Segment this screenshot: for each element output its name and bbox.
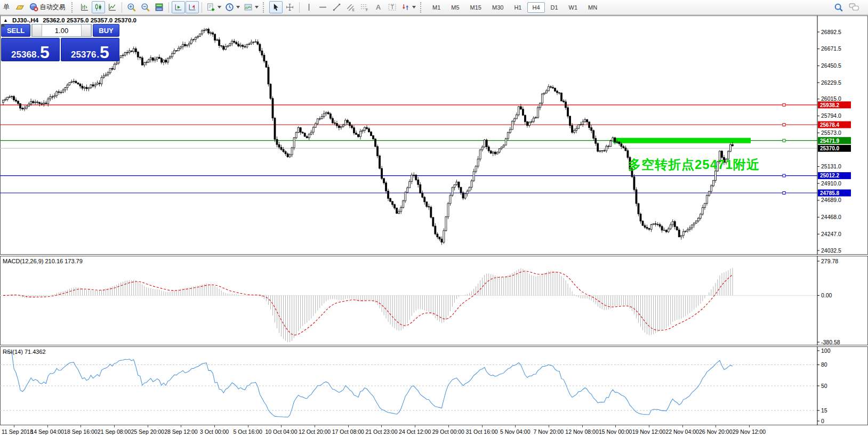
volume-decrease-button[interactable]: [32, 25, 42, 36]
date-tick: [181, 425, 181, 427]
macd-chart[interactable]: 279.780.00-380.58: [0, 256, 868, 345]
date-tick: [515, 425, 516, 427]
date-tick: [281, 425, 282, 427]
timeframe-button-m5[interactable]: M5: [446, 2, 464, 13]
volume-increase-button[interactable]: [81, 25, 91, 36]
trendline-button[interactable]: [330, 1, 343, 13]
date-tick: [47, 425, 48, 427]
current-price-label: 25370.0: [820, 145, 840, 151]
date-label: 14 Sep 04:00: [30, 428, 63, 435]
dropdown-caret-icon: [255, 6, 259, 9]
date-tick: [749, 425, 750, 427]
line-handle[interactable]: [783, 103, 785, 106]
rsi-line: [5, 352, 733, 417]
toolbar-grip[interactable]: [420, 2, 424, 13]
date-tick: [81, 425, 81, 427]
tile-windows-button[interactable]: [152, 1, 166, 13]
price-tick: 26450.5: [821, 62, 841, 69]
rsi-chart[interactable]: 1008050150: [0, 346, 868, 425]
line-handle[interactable]: [783, 174, 785, 177]
date-label: 5 Nov 04:00: [500, 428, 531, 435]
toolbar-grip[interactable]: [71, 2, 75, 13]
chart-annotation[interactable]: 多空转折点25471附近: [628, 156, 760, 173]
order-label[interactable]: 单: [3, 3, 10, 12]
candlestick-chart[interactable]: 26892.526671.526450.526229.526015.025794…: [0, 15, 868, 255]
highlight-zone[interactable]: [613, 138, 751, 143]
periods-button[interactable]: [223, 1, 242, 13]
autotrade-label: 自动交易: [40, 3, 67, 12]
line-handle[interactable]: [783, 192, 785, 195]
zoom-out-button[interactable]: [139, 1, 152, 13]
date-tick: [114, 425, 115, 427]
zoom-out-icon: [141, 3, 150, 12]
date-label: 15 Nov 00:00: [599, 428, 632, 435]
date-label: 18 Sep 16:00: [64, 428, 97, 435]
timeframe-button-h4[interactable]: H4: [527, 2, 544, 13]
line-handle[interactable]: [783, 139, 785, 142]
svg-text:E: E: [352, 8, 355, 12]
fibonacci-button[interactable]: F: [358, 1, 371, 13]
new-order-button[interactable]: [13, 1, 27, 13]
sell-price-box[interactable]: 25368.5: [1, 38, 60, 61]
volume-spinner: 1.00: [31, 24, 92, 37]
date-tick: [682, 425, 683, 427]
zoom-in-button[interactable]: [125, 1, 138, 13]
sell-price: 25368: [11, 50, 36, 59]
main-chart-panel: 26892.526671.526450.526229.526015.025794…: [0, 15, 868, 255]
timeframe-button-h1[interactable]: H1: [509, 2, 526, 13]
timeframe-button-m1[interactable]: M1: [428, 2, 445, 13]
toolbar-grip[interactable]: [263, 2, 267, 13]
cursor-button[interactable]: [269, 1, 283, 13]
timeframe-button-mn[interactable]: MN: [583, 2, 602, 13]
buy-price-box[interactable]: 25376.5: [61, 38, 119, 61]
macd-tick: 0.00: [821, 292, 832, 298]
horizontal-line-button[interactable]: [316, 1, 329, 13]
autotrade-button[interactable]: 自动交易: [27, 1, 69, 13]
auto-scroll-button[interactable]: [172, 1, 185, 13]
timeframe-button-w1[interactable]: W1: [564, 2, 583, 13]
date-label: 24 Oct 12:00: [399, 428, 431, 435]
price-level-label: 24785.8: [820, 190, 840, 196]
macd-label: MACD(12,26,9) 210.16 173.79: [3, 258, 83, 264]
line-handle[interactable]: [783, 124, 785, 126]
date-tick: [448, 425, 449, 427]
price-level-label: 25938.2: [820, 102, 840, 108]
candlestick-chart-button[interactable]: [92, 1, 105, 13]
price-tick: 24910.0: [821, 180, 841, 187]
timeframe-button-d1[interactable]: D1: [546, 2, 563, 13]
timeframe-button-m15[interactable]: M15: [465, 2, 486, 13]
buy-button[interactable]: BUY: [93, 24, 119, 37]
dropdown-caret-icon: [412, 6, 416, 9]
date-axis[interactable]: 11 Sep 201814 Sep 04:0018 Sep 16:0021 Se…: [0, 425, 868, 437]
buy-price-pip: 5: [100, 45, 109, 59]
timeframe-button-m30[interactable]: M30: [487, 2, 508, 13]
rsi-tick: 15: [821, 407, 827, 414]
date-tick: [582, 425, 583, 427]
date-label: 26 Nov 20:00: [699, 428, 732, 435]
collapse-arrow-icon[interactable]: ▲: [3, 18, 8, 23]
bar-chart-button[interactable]: [78, 1, 91, 13]
chart-shift-button[interactable]: [186, 1, 199, 13]
crosshair-button[interactable]: [283, 1, 296, 13]
volume-input[interactable]: 1.00: [42, 25, 81, 36]
macd-histogram: [3, 268, 733, 342]
search-icon[interactable]: [834, 3, 843, 12]
date-tick: [615, 425, 616, 427]
chat-icon[interactable]: [849, 3, 859, 12]
zoom-in-icon: [127, 3, 136, 12]
templates-button[interactable]: [242, 1, 260, 13]
equidistant-channel-button[interactable]: E: [344, 1, 357, 13]
date-label: 22 Nov 04:00: [665, 428, 698, 435]
line-chart-button[interactable]: [106, 1, 119, 13]
date-tick: [381, 425, 382, 427]
date-label: 10 Oct 04:00: [265, 428, 297, 435]
add-indicator-button[interactable]: [205, 1, 223, 13]
sell-button[interactable]: SELL: [1, 24, 30, 37]
trendline-icon: [332, 3, 341, 12]
arrows-button[interactable]: [399, 1, 417, 13]
autotrade-icon: [29, 3, 38, 12]
text-tool-button[interactable]: A: [372, 1, 385, 13]
label-tool-button[interactable]: T: [385, 1, 399, 13]
rsi-tick: 0: [821, 418, 824, 424]
vertical-line-button[interactable]: [302, 1, 316, 13]
